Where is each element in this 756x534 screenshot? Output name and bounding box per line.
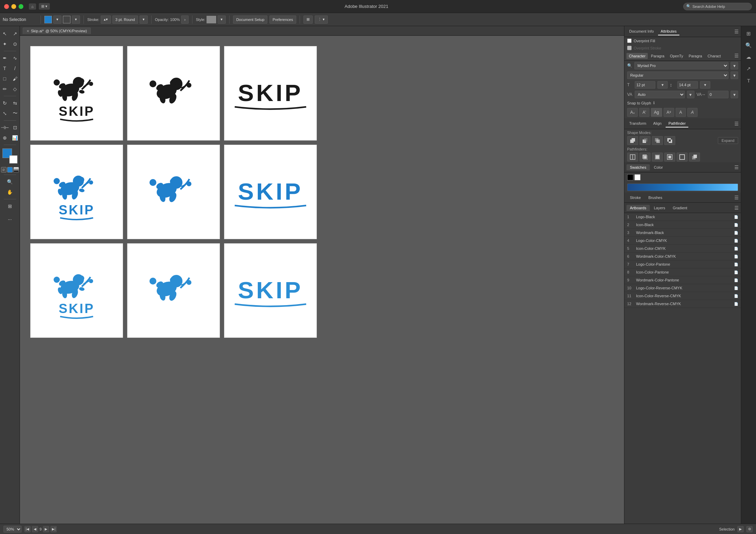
artboard-list-item[interactable]: 6 Wordmark-Color-CMYK 📄: [624, 253, 741, 260]
overprint-fill-checkbox[interactable]: [627, 38, 632, 43]
close-traffic-light[interactable]: [4, 4, 9, 9]
char-style-btn-2[interactable]: A': [639, 108, 649, 117]
preferences-btn[interactable]: Preferences: [269, 15, 296, 24]
artboard-5[interactable]: [127, 145, 220, 239]
none-btn[interactable]: ∅: [1, 167, 7, 173]
graph-btn[interactable]: 📊: [10, 133, 20, 143]
artboard-7[interactable]: SKIP: [30, 243, 123, 338]
home-icon[interactable]: ⌂: [29, 3, 36, 10]
font-search-btn[interactable]: ▾: [731, 62, 738, 69]
artboard-list-item[interactable]: 11 Icon-Color-Reverse-CMYK 📄: [624, 292, 741, 300]
artboard-list-item[interactable]: 12 Wordmark-Reverse-CMYK 📄: [624, 300, 741, 308]
artboards-menu-icon[interactable]: ☰: [734, 205, 739, 211]
snap-info-icon[interactable]: ℹ: [653, 101, 655, 105]
stroke-menu-icon[interactable]: ☰: [734, 195, 739, 200]
char-style-btn-1[interactable]: Aₓ: [627, 108, 638, 117]
character-tab[interactable]: Character: [626, 53, 648, 59]
leading-dropdown-btn[interactable]: ▾: [700, 81, 710, 89]
type-kit-btn[interactable]: T: [744, 76, 754, 85]
warp-btn[interactable]: 〜: [10, 109, 20, 118]
arrange-btn[interactable]: ⊞: [303, 15, 313, 24]
line-tool-btn[interactable]: /: [10, 64, 20, 73]
artboard-list-item[interactable]: 5 Icon-Color-CMYK 📄: [624, 245, 741, 253]
stroke-value-btn[interactable]: 3 pt. Round: [112, 15, 138, 24]
font-size-dropdown-btn[interactable]: ▾: [657, 81, 668, 89]
stroke-spinner[interactable]: ▴▾: [101, 15, 111, 24]
kerning-dropdown-btn[interactable]: ▾: [687, 91, 694, 98]
last-artboard-btn[interactable]: ▶|: [51, 526, 57, 532]
stroke-panel-tab[interactable]: Stroke: [626, 194, 644, 201]
style-dropdown-btn[interactable]: ▾: [218, 15, 226, 24]
selection-tool-btn[interactable]: ↖: [0, 29, 10, 38]
stroke-dropdown-btn[interactable]: ▾: [140, 15, 148, 24]
artboard-3[interactable]: SKIP: [224, 46, 317, 141]
minimize-traffic-light[interactable]: [11, 4, 16, 9]
document-setup-btn[interactable]: Document Setup: [233, 15, 267, 24]
rotate-btn[interactable]: ↻: [0, 98, 10, 108]
curvature-btn[interactable]: ∿: [10, 53, 20, 63]
color-btn[interactable]: [7, 167, 13, 173]
pathfinder-menu-icon[interactable]: ☰: [734, 121, 739, 126]
transform-tab[interactable]: Transform: [626, 120, 649, 127]
artboard-list-item[interactable]: 1 Logo-Black 📄: [624, 213, 741, 221]
paragraph-tab[interactable]: Paragra: [648, 53, 667, 59]
artboard-list-item[interactable]: 8 Icon-Color-Pantone 📄: [624, 268, 741, 276]
cloud-btn[interactable]: ☁: [744, 52, 754, 62]
exclude-btn[interactable]: [664, 136, 675, 145]
prev-artboard-btn[interactable]: ◀: [32, 526, 38, 532]
properties-btn[interactable]: ⊞: [744, 29, 754, 38]
align-tab[interactable]: Align: [651, 120, 664, 127]
character2-tab[interactable]: Charact: [705, 53, 723, 59]
scale-btn[interactable]: ⤡: [0, 109, 10, 118]
search-bar[interactable]: 🔍 Search Adobe Help: [683, 3, 752, 10]
char-style-btn-4[interactable]: Aᵍ: [664, 108, 674, 117]
kerning-select[interactable]: Auto: [635, 91, 685, 98]
leading-input[interactable]: [677, 81, 698, 89]
magic-wand-btn[interactable]: ✦: [0, 39, 10, 49]
paintbrush-btn[interactable]: 🖌: [10, 74, 20, 84]
background-color[interactable]: [9, 155, 18, 164]
char-panel-menu-icon[interactable]: ☰: [734, 53, 739, 59]
font-style-dropdown-btn[interactable]: ▾: [731, 71, 738, 79]
opentype-tab[interactable]: OpenTy: [667, 53, 686, 59]
lasso-btn[interactable]: ⊙: [10, 39, 20, 49]
more-options-btn[interactable]: ⋮ ▾: [315, 15, 328, 24]
char-style-btn-3[interactable]: Ag: [651, 108, 662, 117]
first-artboard-btn[interactable]: |◀: [24, 526, 31, 532]
direct-selection-tool-btn[interactable]: ↗: [10, 29, 20, 38]
artboard-1[interactable]: SKIP: [30, 46, 123, 141]
overprint-stroke-checkbox[interactable]: [627, 46, 632, 50]
artboard-list-item[interactable]: 10 Logo-Color-Reverse-CMYK 📄: [624, 284, 741, 292]
style-preview[interactable]: [207, 16, 216, 23]
layers-panel-tab[interactable]: Layers: [651, 205, 669, 211]
reflect-btn[interactable]: ⇆: [10, 98, 20, 108]
pencil-btn[interactable]: ✏: [0, 84, 10, 94]
fill-options-btn[interactable]: ▾: [53, 15, 62, 24]
expand-btn[interactable]: Expand: [718, 137, 738, 144]
outline-btn[interactable]: [677, 153, 688, 162]
color-panel-tab[interactable]: Color: [651, 164, 666, 170]
artboard-list-item[interactable]: 2 Icon-Black 📄: [624, 221, 741, 229]
color-gradient-bar[interactable]: [627, 183, 738, 191]
artboard-tool-btn[interactable]: ⊞: [5, 201, 15, 211]
char-style-btn-5[interactable]: A: [676, 108, 686, 117]
pathfinder-tab[interactable]: Pathfinder: [666, 120, 688, 127]
share-btn[interactable]: ↗: [744, 64, 754, 74]
type-tool-btn[interactable]: T: [0, 64, 10, 73]
next-artboard-btn[interactable]: ▶: [43, 526, 49, 532]
zoom-select[interactable]: 50%: [3, 526, 22, 533]
gradient-tab[interactable]: Gradient: [669, 205, 691, 211]
black-swatch[interactable]: [627, 174, 633, 180]
shaper-btn[interactable]: ◇: [10, 84, 20, 94]
artboards-panel-tab[interactable]: Artboards: [626, 205, 650, 211]
merge-btn[interactable]: [652, 153, 663, 162]
gradient-btn[interactable]: [13, 167, 19, 173]
tracking-input[interactable]: [708, 91, 729, 98]
status-settings-btn[interactable]: ⚙: [746, 526, 753, 532]
artboard-9[interactable]: SKIP: [224, 243, 317, 338]
stroke-color-box[interactable]: [63, 16, 70, 23]
artboard-list-item[interactable]: 7 Logo-Color-Pantone 📄: [624, 260, 741, 268]
unite-btn[interactable]: [627, 136, 638, 145]
brushes-tab[interactable]: Brushes: [645, 194, 666, 201]
puppet-warp-btn[interactable]: ⊕: [0, 133, 10, 143]
